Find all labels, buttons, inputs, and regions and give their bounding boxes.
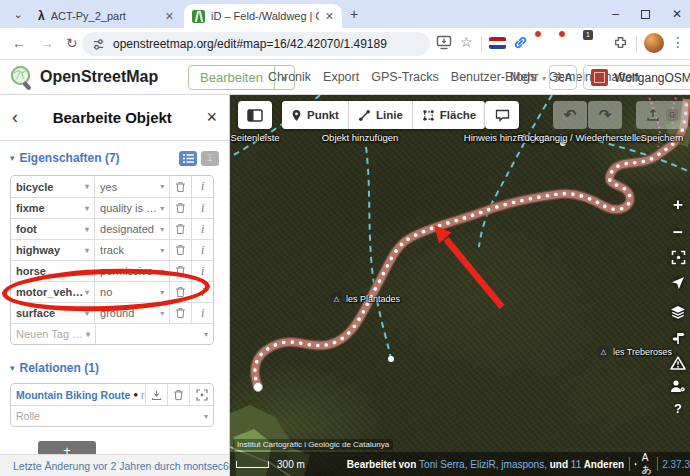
- undo-button[interactable]: ↶: [553, 101, 587, 129]
- tab-search-icon[interactable]: ⌄: [8, 5, 28, 23]
- tag-key-combobox[interactable]: fixme▾: [11, 198, 94, 218]
- background-layers-button[interactable]: [667, 305, 689, 324]
- delete-tag-button[interactable]: [169, 176, 191, 197]
- role-input[interactable]: Rolle▾: [11, 406, 213, 426]
- user-menu-button[interactable]: WolfgangOSM ▾: [583, 65, 690, 90]
- delete-tag-button[interactable]: [169, 240, 191, 260]
- place-label-les-plantades[interactable]: △ les Plantades: [330, 292, 400, 305]
- tag-info-button[interactable]: i: [191, 303, 213, 323]
- tag-key-combobox[interactable]: foot▾: [11, 219, 94, 239]
- geolocate-button[interactable]: [667, 250, 689, 269]
- relation-zoom-to-button[interactable]: [189, 384, 213, 405]
- relation-delete-button[interactable]: [167, 384, 189, 405]
- tag-value-combobox[interactable]: ground▾: [94, 303, 169, 323]
- tag-value-combobox[interactable]: designated▾: [94, 219, 169, 239]
- minimize-button[interactable]: –: [612, 7, 619, 21]
- contributors-count-link[interactable]: 11: [571, 459, 581, 470]
- translate-button[interactable]: 文A: [549, 65, 577, 90]
- maximize-button[interactable]: [641, 10, 650, 19]
- browser-menu-icon[interactable]: ⋮: [671, 34, 685, 50]
- send-to-device-icon[interactable]: [436, 35, 452, 54]
- zoom-out-button[interactable]: −: [667, 223, 689, 243]
- new-tag-key-input[interactable]: Neuen Tag hi...▾: [11, 324, 95, 344]
- url-bar[interactable]: openstreetmap.org/edit#map=16/42.42070/1…: [82, 32, 430, 56]
- relations-section-header[interactable]: ▾ Relationen (1): [10, 359, 219, 377]
- contributor-link[interactable]: EliziR,: [470, 459, 498, 470]
- back-button[interactable]: ←: [12, 35, 26, 51]
- openstreetmap-logo-icon[interactable]: [9, 64, 36, 91]
- close-window-button[interactable]: ✕: [672, 7, 682, 21]
- site-settings-icon[interactable]: [92, 38, 105, 51]
- relation-download-button[interactable]: [145, 384, 167, 405]
- help-button[interactable]: ?: [667, 401, 689, 416]
- delete-tag-button[interactable]: [169, 282, 191, 302]
- text-view-button[interactable]: ⌶: [201, 151, 219, 166]
- tag-value-combobox[interactable]: quality is not ...▾: [94, 198, 169, 218]
- way-endpoint-node[interactable]: [254, 383, 263, 392]
- map-canvas[interactable]: △ les Plantades △ les Treberoses Seitenl…: [230, 95, 690, 476]
- nav-export[interactable]: Export: [323, 70, 359, 84]
- last-edit-link[interactable]: Letzte Änderung vor 2 Jahren durch monts…: [13, 460, 235, 472]
- preferences-button[interactable]: [667, 379, 689, 397]
- language-switcher[interactable]: Aあ: [642, 452, 652, 476]
- tag-value-combobox[interactable]: permissive▾: [94, 261, 169, 281]
- tag-key-combobox[interactable]: bicycle▾: [11, 176, 94, 197]
- link-extension-icon[interactable]: [513, 35, 528, 54]
- bug-report-icon[interactable]: [634, 458, 637, 470]
- draw-area-button[interactable]: Fläche: [412, 101, 485, 129]
- brand-title[interactable]: OpenStreetMap: [40, 68, 158, 86]
- nav-gps-tracks[interactable]: GPS-Tracks: [371, 70, 439, 84]
- reload-button[interactable]: ↻: [66, 35, 78, 51]
- save-button[interactable]: 0: [636, 101, 688, 129]
- nav-chronik[interactable]: Chronik: [268, 70, 311, 84]
- issues-button[interactable]: [667, 356, 689, 374]
- new-tab-button[interactable]: +: [350, 6, 358, 22]
- tag-info-button[interactable]: i: [191, 240, 213, 260]
- tag-key-combobox[interactable]: horse▾: [11, 261, 94, 281]
- tag-info-button[interactable]: i: [191, 198, 213, 218]
- delete-tag-button[interactable]: [169, 261, 191, 281]
- tag-value-combobox[interactable]: no▾: [94, 282, 169, 302]
- relation-link[interactable]: Mountain Biking Route: [16, 389, 130, 401]
- tab1-close-icon[interactable]: ✕: [165, 10, 174, 23]
- sidebar-close-icon[interactable]: ×: [206, 107, 217, 128]
- url-text[interactable]: openstreetmap.org/edit#map=16/42.42070/1…: [113, 37, 387, 51]
- version-link[interactable]: 2.37.3: [662, 459, 690, 470]
- tab-act-py[interactable]: λ ACT-Py_2_part ✕: [30, 4, 182, 28]
- more-menu[interactable]: Mehr ▾: [510, 70, 546, 84]
- relation-entry[interactable]: Mountain Biking Route ● rcn 3...: [11, 384, 145, 405]
- delete-tag-button[interactable]: [169, 198, 191, 218]
- tag-value-combobox[interactable]: track▾: [94, 240, 169, 260]
- tag-value-combobox[interactable]: yes▾: [94, 176, 169, 197]
- tag-key-combobox[interactable]: highway▾: [11, 240, 94, 260]
- bookmark-star-icon[interactable]: ☆: [460, 34, 473, 50]
- extensions-puzzle-icon[interactable]: [613, 35, 628, 54]
- toggle-sidebar-button[interactable]: [238, 101, 272, 129]
- tag-info-button[interactable]: i: [191, 176, 213, 197]
- delete-tag-button[interactable]: [169, 303, 191, 323]
- tag-info-button[interactable]: i: [191, 261, 213, 281]
- forward-button[interactable]: →: [40, 35, 54, 51]
- contributor-link[interactable]: Toni Serra,: [419, 459, 467, 470]
- tag-key-combobox[interactable]: surface▾: [11, 303, 94, 323]
- pan-to-location-button[interactable]: [667, 276, 689, 294]
- table-view-button[interactable]: [179, 151, 197, 166]
- tab-id-editor[interactable]: iD – Feld-/Waldweg | OpenStree ✕: [184, 4, 342, 28]
- tab2-close-icon[interactable]: ✕: [325, 10, 334, 23]
- place-label-les-treberoses[interactable]: △ les Treberoses: [597, 345, 672, 358]
- add-note-button[interactable]: [485, 101, 519, 129]
- tag-info-button[interactable]: i: [191, 282, 213, 302]
- zoom-in-button[interactable]: +: [667, 195, 689, 215]
- draw-point-button[interactable]: Punkt: [282, 101, 348, 129]
- new-tag-value-input[interactable]: ▾: [95, 324, 213, 344]
- tag-info-button[interactable]: i: [191, 219, 213, 239]
- redo-button[interactable]: ↷: [588, 101, 622, 129]
- tag-key-combobox[interactable]: motor_vehicle▾: [11, 282, 94, 302]
- map-node[interactable]: [388, 356, 394, 362]
- properties-section-header[interactable]: ▾ Eigenschaften (7) ⌶: [10, 149, 219, 167]
- map-data-button[interactable]: [667, 331, 689, 349]
- draw-line-button[interactable]: Linie: [348, 101, 412, 129]
- profile-avatar[interactable]: [644, 33, 664, 53]
- contributor-link[interactable]: jmaspons,: [501, 459, 547, 470]
- dutch-flag-extension-icon[interactable]: [489, 37, 506, 49]
